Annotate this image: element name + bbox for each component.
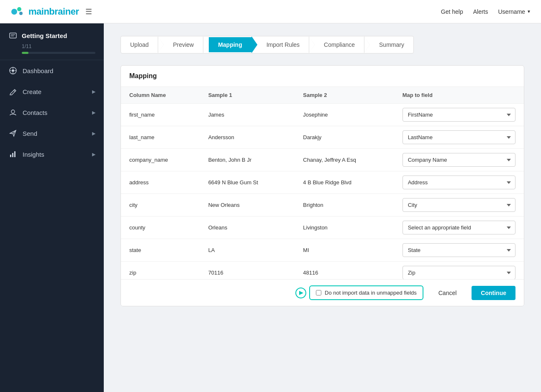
step-compliance[interactable]: Compliance bbox=[315, 37, 364, 52]
step-arrow-4 bbox=[309, 36, 315, 53]
contacts-arrow-icon: ▶ bbox=[92, 110, 95, 115]
sidebar: Getting Started 1/11 Dashboard bbox=[0, 23, 104, 392]
field-select-county[interactable]: Select an appropriate fieldFirstNameLast… bbox=[403, 221, 515, 234]
cell-sample2: Chanay, Jeffrey A Esq bbox=[295, 149, 394, 171]
field-select-address[interactable]: Select an appropriate fieldFirstNameLast… bbox=[403, 176, 515, 189]
getting-started-icon bbox=[8, 31, 18, 40]
unmapped-fields-checkbox[interactable] bbox=[316, 290, 321, 295]
col-header-sample2: Sample 2 bbox=[295, 87, 394, 104]
field-select-city[interactable]: Select an appropriate fieldFirstNameLast… bbox=[403, 198, 515, 212]
cell-column-name: last_name bbox=[121, 126, 200, 149]
svg-point-13 bbox=[11, 110, 15, 113]
table-row: stateLAMISelect an appropriate fieldFirs… bbox=[121, 239, 524, 262]
cell-map-to-field: Select an appropriate fieldFirstNameLast… bbox=[394, 149, 524, 171]
getting-started-progress-fill bbox=[22, 52, 28, 54]
cell-sample2: Josephine bbox=[295, 104, 394, 126]
cell-sample1: 6649 N Blue Gum St bbox=[200, 171, 295, 194]
dashboard-icon bbox=[8, 66, 18, 75]
topnav: mainbrainer ☰ Get help Alerts Username ▼ bbox=[0, 0, 541, 23]
table-row: company_nameBenton, John B JrChanay, Jef… bbox=[121, 149, 524, 171]
insights-icon bbox=[8, 150, 18, 159]
cell-sample2: MI bbox=[295, 239, 394, 262]
cell-column-name: first_name bbox=[121, 104, 200, 126]
getting-started-progress-bar bbox=[22, 52, 95, 54]
step-preview[interactable]: Preview bbox=[164, 37, 203, 52]
cell-map-to-field: Select an appropriate fieldFirstNameLast… bbox=[394, 262, 524, 280]
mapping-footer: Do not import data in unmapped fields Ca… bbox=[121, 279, 524, 306]
step-import-rules[interactable]: Import Rules bbox=[257, 37, 309, 52]
getting-started-section: Getting Started 1/11 bbox=[0, 23, 104, 60]
cell-sample2: Darakjy bbox=[295, 126, 394, 149]
logo-icon bbox=[10, 4, 25, 19]
create-icon bbox=[8, 87, 18, 96]
svg-point-2 bbox=[19, 12, 23, 15]
table-row: last_nameAnderssonDarakjySelect an appro… bbox=[121, 126, 524, 149]
col-header-maptofield: Map to field bbox=[394, 87, 524, 104]
insights-arrow-icon: ▶ bbox=[92, 152, 95, 157]
field-select-state[interactable]: Select an appropriate fieldFirstNameLast… bbox=[403, 243, 515, 257]
main-content: Upload Preview Mapping Import Rules bbox=[104, 23, 541, 392]
table-row: address6649 N Blue Gum St4 B Blue Ridge … bbox=[121, 171, 524, 194]
sidebar-item-send[interactable]: Send ▶ bbox=[0, 123, 104, 144]
logo[interactable]: mainbrainer bbox=[10, 4, 79, 19]
getting-started-progress: 1/11 bbox=[22, 43, 95, 49]
cell-column-name: company_name bbox=[121, 149, 200, 171]
cell-map-to-field: Select an appropriate fieldFirstNameLast… bbox=[394, 104, 524, 126]
contacts-icon bbox=[8, 108, 18, 117]
sidebar-item-contacts[interactable]: Contacts ▶ bbox=[0, 102, 104, 123]
step-arrow-5 bbox=[364, 36, 370, 53]
cell-map-to-field: Select an appropriate fieldFirstNameLast… bbox=[394, 194, 524, 216]
svg-line-12 bbox=[14, 90, 15, 92]
svg-rect-16 bbox=[12, 153, 13, 157]
table-row: cityNew OrleansBrightonSelect an appropr… bbox=[121, 194, 524, 216]
cell-sample2: 4 B Blue Ridge Blvd bbox=[295, 171, 394, 194]
get-help-link[interactable]: Get help bbox=[441, 8, 463, 15]
field-select-last_name[interactable]: Select an appropriate fieldFirstNameLast… bbox=[403, 130, 515, 144]
tooltip-arrow-icon bbox=[295, 287, 307, 299]
field-select-zip[interactable]: Select an appropriate fieldFirstNameLast… bbox=[403, 266, 515, 279]
sidebar-item-create[interactable]: Create ▶ bbox=[0, 81, 104, 102]
sidebar-item-insights[interactable]: Insights ▶ bbox=[0, 144, 104, 165]
unmapped-fields-label[interactable]: Do not import data in unmapped fields bbox=[325, 290, 417, 296]
step-upload[interactable]: Upload bbox=[121, 37, 158, 52]
table-row: countyOrleansLivingstonSelect an appropr… bbox=[121, 216, 524, 239]
username-button[interactable]: Username ▼ bbox=[498, 8, 531, 15]
svg-rect-17 bbox=[14, 151, 15, 157]
unmapped-fields-container: Do not import data in unmapped fields bbox=[309, 285, 423, 300]
cell-sample1: Andersson bbox=[200, 126, 295, 149]
cell-map-to-field: Select an appropriate fieldFirstNameLast… bbox=[394, 126, 524, 149]
hamburger-button[interactable]: ☰ bbox=[85, 7, 92, 16]
field-select-first_name[interactable]: Select an appropriate fieldFirstNameLast… bbox=[403, 108, 515, 122]
svg-point-0 bbox=[11, 9, 17, 15]
cell-sample2: Brighton bbox=[295, 194, 394, 216]
cell-column-name: city bbox=[121, 194, 200, 216]
table-row: zip7011648116Select an appropriate field… bbox=[121, 262, 524, 280]
cell-map-to-field: Select an appropriate fieldFirstNameLast… bbox=[394, 239, 524, 262]
stepper: Upload Preview Mapping Import Rules bbox=[121, 36, 414, 53]
mapping-table: Column Name Sample 1 Sample 2 Map to fie… bbox=[121, 87, 524, 279]
field-select-company_name[interactable]: Select an appropriate fieldFirstNameLast… bbox=[403, 153, 515, 167]
alerts-link[interactable]: Alerts bbox=[473, 8, 488, 15]
col-header-sample1: Sample 1 bbox=[200, 87, 295, 104]
cell-sample2: 48116 bbox=[295, 262, 394, 280]
sidebar-item-dashboard[interactable]: Dashboard bbox=[0, 60, 104, 81]
mapping-title: Mapping bbox=[121, 66, 524, 87]
continue-button[interactable]: Continue bbox=[472, 286, 515, 300]
cell-column-name: zip bbox=[121, 262, 200, 280]
step-arrow-2 bbox=[203, 36, 209, 53]
step-arrow-3 bbox=[251, 36, 257, 53]
cancel-button[interactable]: Cancel bbox=[430, 286, 465, 300]
sidebar-item-label-dashboard: Dashboard bbox=[23, 67, 95, 74]
step-arrow-1 bbox=[158, 36, 164, 53]
cell-sample1: 70116 bbox=[200, 262, 295, 280]
sidebar-item-label-send: Send bbox=[23, 130, 87, 137]
sidebar-item-label-create: Create bbox=[23, 88, 87, 95]
send-arrow-icon: ▶ bbox=[92, 131, 95, 136]
mapping-table-container: Column Name Sample 1 Sample 2 Map to fie… bbox=[121, 87, 524, 279]
cell-map-to-field: Select an appropriate fieldFirstNameLast… bbox=[394, 216, 524, 239]
cell-sample1: Orleans bbox=[200, 216, 295, 239]
step-mapping[interactable]: Mapping bbox=[209, 37, 251, 52]
step-summary[interactable]: Summary bbox=[370, 37, 413, 52]
cell-sample1: James bbox=[200, 104, 295, 126]
cell-map-to-field: Select an appropriate fieldFirstNameLast… bbox=[394, 171, 524, 194]
